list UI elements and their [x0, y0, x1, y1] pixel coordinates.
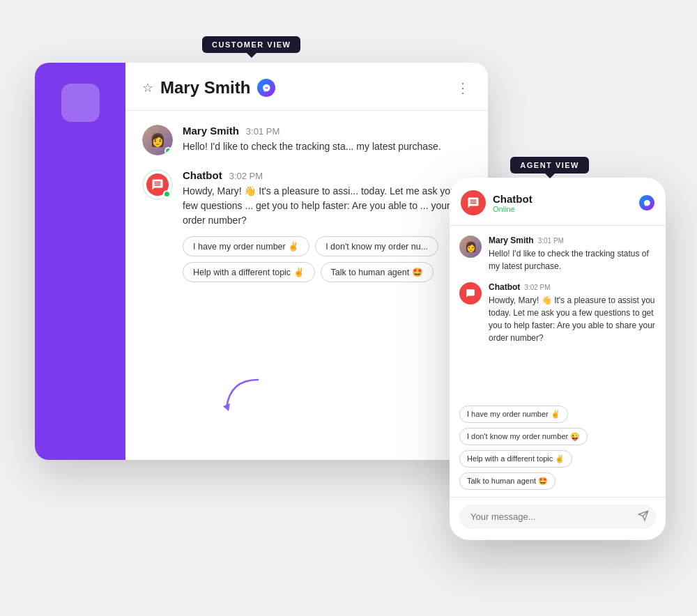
online-indicator: [164, 147, 172, 155]
phone-chatbot-info: Chatbot Online: [493, 193, 533, 213]
chatbot-avatar: [142, 169, 173, 200]
phone-chatbot-avatar: [461, 190, 486, 215]
phone-message-sender: Mary Smith: [489, 236, 534, 245]
customer-avatar: 👩: [142, 125, 173, 155]
phone-message-input[interactable]: [459, 505, 656, 529]
phone-chatbot-status: Online: [493, 205, 533, 213]
phone-message-sender: Chatbot: [489, 282, 520, 292]
online-indicator: [163, 190, 171, 198]
phone-customer-avatar: 👩: [459, 236, 482, 258]
message-body: Mary Smith 3:01 PM Hello! I'd like to ch…: [183, 125, 471, 154]
sidebar-icon: [61, 84, 100, 122]
tablet-messages: 👩 Mary Smith 3:01 PM Hello! I'd like to …: [125, 111, 488, 460]
tablet-header-left: ☆ Mary Smith: [142, 78, 275, 98]
quick-reply-different-topic[interactable]: Help with a different topic ✌️: [183, 262, 315, 282]
phone-header: Chatbot Online: [450, 178, 666, 226]
customer-view-label: CUSTOMER VIEW: [202, 36, 300, 53]
quick-replies: I have my order number ✌️ I don't know m…: [183, 236, 471, 282]
phone-messenger-icon: [639, 195, 654, 210]
messenger-icon: [257, 79, 275, 97]
message-sender: Mary Smith: [183, 125, 239, 137]
message-meta: Mary Smith 3:01 PM: [183, 125, 471, 137]
message-time: 3:02 PM: [229, 171, 263, 181]
message-sender: Chatbot: [183, 169, 222, 181]
phone-quick-replies: I have my order number ✌️ I don't know m…: [450, 406, 666, 497]
agent-view-panel: Chatbot Online 👩 Mary Smith 3:01 PM Hell…: [450, 178, 666, 540]
table-row: 👩 Mary Smith 3:01 PM Hello! I'd like to …: [142, 125, 471, 155]
phone-input-area: [450, 497, 666, 540]
arrow-annotation: [216, 366, 272, 424]
phone-message-time: 3:01 PM: [538, 237, 564, 245]
quick-reply-order-number[interactable]: I have my order number ✌️: [183, 236, 309, 256]
phone-messages: 👩 Mary Smith 3:01 PM Hello! I'd like to …: [450, 226, 666, 406]
phone-quick-reply-order-number[interactable]: I have my order number ✌️: [459, 406, 568, 423]
phone-chatbot-name: Chatbot: [493, 193, 533, 205]
phone-chatbot-message-avatar: [459, 282, 482, 305]
phone-message-body: Mary Smith 3:01 PM Hello! I'd like to ch…: [489, 236, 656, 272]
more-options-icon[interactable]: ⋮: [456, 79, 471, 96]
quick-reply-no-order[interactable]: I don't know my order nu...: [315, 236, 438, 256]
list-item: Chatbot 3:02 PM Howdy, Mary! 👋 It's a pl…: [459, 282, 656, 344]
message-time: 3:01 PM: [246, 126, 279, 137]
phone-message-text: Hello! I'd like to check the tracking st…: [489, 247, 656, 272]
phone-message-body: Chatbot 3:02 PM Howdy, Mary! 👋 It's a pl…: [489, 282, 656, 344]
phone-message-text: Howdy, Mary! 👋 It's a pleasure to assist…: [489, 294, 656, 344]
tablet-header: ☆ Mary Smith ⋮: [125, 63, 488, 111]
phone-quick-reply-different-topic[interactable]: Help with a different topic ✌️: [459, 450, 572, 468]
table-row: Chatbot 3:02 PM Howdy, Mary! 👋 It's a pl…: [142, 169, 471, 282]
list-item: 👩 Mary Smith 3:01 PM Hello! I'd like to …: [459, 236, 656, 272]
message-text: Howdy, Mary! 👋 It's a pleasure to assi..…: [183, 184, 471, 228]
customer-name-heading: Mary Smith: [160, 78, 250, 98]
phone-message-meta: Chatbot 3:02 PM: [489, 282, 656, 292]
quick-reply-human-agent[interactable]: Talk to human agent 🤩: [321, 262, 434, 282]
phone-message-time: 3:02 PM: [524, 284, 550, 291]
phone-quick-reply-no-order[interactable]: I don't know my order number 😜: [459, 428, 588, 445]
phone-input-wrapper: [459, 505, 656, 529]
phone-quick-reply-human-agent[interactable]: Talk to human agent 🤩: [459, 472, 556, 490]
tablet-content: ☆ Mary Smith ⋮ 👩 Mary Sm: [125, 63, 488, 460]
phone-send-button[interactable]: [638, 510, 649, 524]
phone-header-info: Chatbot Online: [461, 190, 533, 215]
agent-view-label: AGENT VIEW: [510, 157, 589, 174]
message-text: Hello! I'd like to check the tracking st…: [183, 139, 471, 154]
tablet-sidebar: [35, 63, 125, 460]
message-body: Chatbot 3:02 PM Howdy, Mary! 👋 It's a pl…: [183, 169, 471, 282]
message-meta: Chatbot 3:02 PM: [183, 169, 471, 181]
star-icon: ☆: [142, 80, 153, 95]
phone-message-meta: Mary Smith 3:01 PM: [489, 236, 656, 245]
